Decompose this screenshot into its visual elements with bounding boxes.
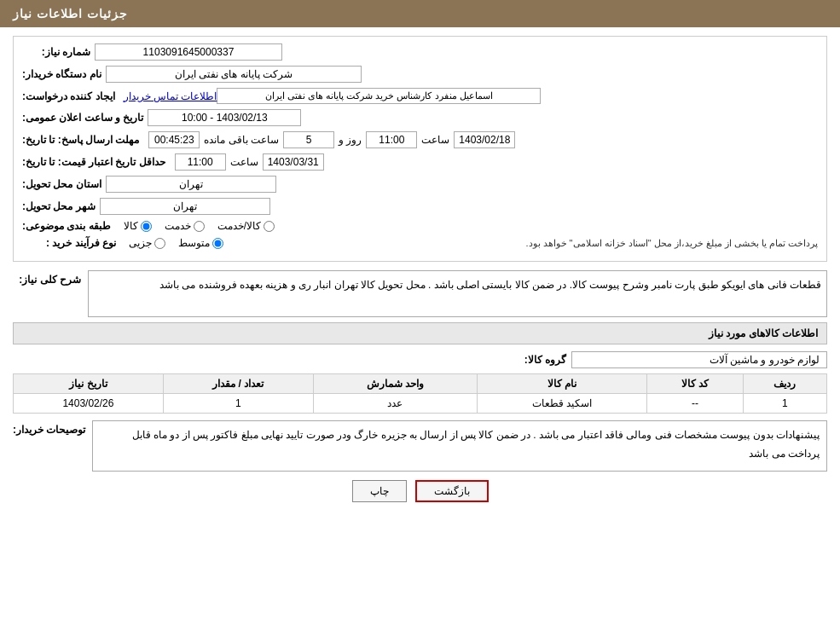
cell-quantity: 1: [163, 394, 313, 414]
process-option-small[interactable]: جزیی: [129, 237, 165, 249]
col-code: کد کالا: [647, 374, 744, 394]
cell-unit: عدد: [313, 394, 477, 414]
buyer-station-value: شرکت پایانه های نفتی ایران: [106, 66, 362, 83]
creator-value: اسماعیل منفرد کارشناس خرید شرکت پایانه ه…: [217, 88, 541, 104]
col-row: ردیف: [743, 374, 826, 394]
price-validity-time-label: ساعت: [230, 156, 258, 168]
reply-date-value: 1403/02/18: [454, 131, 515, 148]
col-unit: واحد شمارش: [313, 374, 477, 394]
cell-row: 1: [743, 394, 826, 414]
province-row: تهران استان محل تحویل:: [22, 176, 818, 193]
province-value: تهران: [106, 176, 276, 193]
type-label: طبقه بندی موضوعی:: [22, 220, 111, 232]
contact-link[interactable]: اطلاعات تماس خریدار: [124, 90, 217, 102]
reply-deadline-row: 00:45:23 ساعت باقی مانده 5 روز و 11:00 س…: [22, 131, 818, 148]
process-option-medium[interactable]: متوسط: [178, 237, 223, 249]
need-number-value: 1103091645000337: [95, 43, 282, 61]
type-option-goods[interactable]: کالا: [124, 220, 152, 232]
buyer-notes-label: توصیحات خریدار:: [13, 420, 85, 436]
buyer-station-row: شرکت پایانه های نفتی ایران نام دستگاه خر…: [22, 66, 818, 83]
city-label: شهر محل تحویل:: [22, 200, 96, 212]
type-radio-group: کالا/خدمت خدمت کالا: [124, 220, 275, 232]
type-radio-goods[interactable]: [141, 221, 152, 232]
price-validity-date-value: 1403/03/31: [263, 153, 324, 171]
price-validity-label: حداقل تاریخ اعتبار قیمت: تا تاریخ:: [22, 156, 165, 168]
price-validity-row: 11:00 ساعت 1403/03/31 حداقل تاریخ اعتبار…: [22, 153, 818, 171]
goods-group-row: لوازم خودرو و ماشین آلات گروه کالا:: [13, 351, 827, 368]
cell-name: اسکید قطعات: [478, 394, 647, 414]
description-text: قطعات فانی های ایویکو طبق پارت نامبر وشر…: [88, 270, 827, 317]
main-info-block: 1103091645000337 شماره نیاز: شرکت پایانه…: [13, 36, 827, 262]
table-row: 1--اسکید قطعاتعدد11403/02/26: [14, 394, 827, 414]
province-label: استان محل تحویل:: [22, 178, 101, 190]
col-name: نام کالا: [478, 374, 647, 394]
process-radio-medium[interactable]: [212, 238, 223, 249]
process-note: پرداخت تمام یا بخشی از مبلغ خرید،از محل …: [525, 238, 818, 248]
announce-datetime-label: تاریخ و ساعت اعلان عمومی:: [22, 112, 143, 124]
reply-deadline-label: مهلت ارسال پاسخ: تا تاریخ:: [22, 134, 139, 146]
buyer-notes-content: پیشنهادات بدون پیوست مشخصات فنی ومالی فا…: [92, 420, 827, 472]
goods-group-label: گروه کالا:: [507, 354, 566, 366]
buyer-notes-section: پیشنهادات بدون پیوست مشخصات فنی ومالی فا…: [13, 420, 827, 472]
button-row: بازگشت چاپ: [13, 480, 827, 515]
announce-datetime-value: 1403/02/13 - 10:00: [148, 109, 301, 126]
description-content: قطعات فانی های ایویکو طبق پارت نامبر وشر…: [88, 270, 827, 317]
need-number-row: 1103091645000337 شماره نیاز:: [22, 43, 818, 61]
process-label: نوع فرآیند خرید :: [22, 237, 116, 249]
cell-code: --: [647, 394, 744, 414]
print-button[interactable]: چاپ: [352, 480, 407, 502]
goods-info-title: اطلاعات کالاهای مورد نیاز: [13, 322, 827, 344]
col-qty: تعداد / مقدار: [163, 374, 313, 394]
type-radio-service-goods[interactable]: [264, 221, 275, 232]
reply-remaining-label: ساعت باقی مانده: [204, 134, 279, 146]
cell-date: 1403/02/26: [14, 394, 164, 414]
price-validity-time-value: 11:00: [175, 153, 226, 171]
reply-time-label: ساعت: [421, 134, 449, 146]
page-title: جزئیات اطلاعات نیاز: [13, 7, 128, 20]
time-counter: 00:45:23 ساعت باقی مانده 5 روز و 11:00 س…: [148, 131, 515, 148]
reply-remaining-value: 00:45:23: [148, 131, 200, 148]
description-section: قطعات فانی های ایویکو طبق پارت نامبر وشر…: [13, 270, 827, 317]
buyer-notes-text: پیشنهادات بدون پیوست مشخصات فنی ومالی فا…: [92, 420, 827, 472]
city-row: تهران شهر محل تحویل:: [22, 198, 818, 215]
creator-row: اسماعیل منفرد کارشناس خرید شرکت پایانه ه…: [22, 88, 818, 104]
type-row: کالا/خدمت خدمت کالا طبقه بندی موضوعی:: [22, 220, 818, 232]
type-option-service[interactable]: خدمت: [165, 220, 205, 232]
buyer-station-label: نام دستگاه خریدار:: [22, 68, 101, 80]
city-value: تهران: [100, 198, 270, 215]
need-number-label: شماره نیاز:: [22, 46, 90, 58]
process-radio-small[interactable]: [154, 238, 165, 249]
announce-row: 1403/02/13 - 10:00 تاریخ و ساعت اعلان عم…: [22, 109, 818, 126]
creator-label: ایجاد کننده درخواست:: [22, 90, 115, 102]
goods-group-value: لوازم خودرو و ماشین آلات: [571, 351, 827, 368]
reply-days-value: 5: [283, 131, 334, 148]
type-radio-service[interactable]: [194, 221, 205, 232]
reply-time-value: 11:00: [366, 131, 417, 148]
type-option-service-goods[interactable]: کالا/خدمت: [217, 220, 275, 232]
col-date: تاریخ نیاز: [14, 374, 164, 394]
back-button[interactable]: بازگشت: [415, 480, 489, 502]
description-label: شرح کلی نیاز:: [13, 270, 81, 286]
process-row: پرداخت تمام یا بخشی از مبلغ خرید،از محل …: [22, 237, 818, 249]
goods-table: ردیف کد کالا نام کالا واحد شمارش تعداد /…: [13, 373, 827, 414]
price-validity-fields: 11:00 ساعت 1403/03/31: [175, 153, 324, 171]
reply-days-label: روز و: [339, 134, 362, 146]
page-header: جزئیات اطلاعات نیاز: [0, 0, 840, 27]
process-radio-group: متوسط جزیی: [129, 237, 223, 249]
